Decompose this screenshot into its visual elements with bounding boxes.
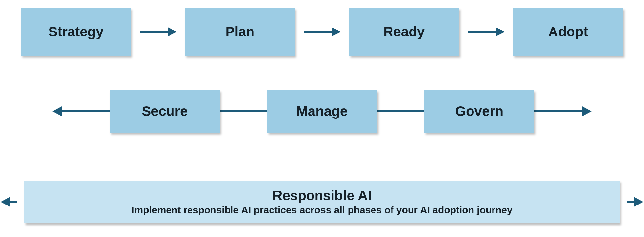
arrow-line [627, 201, 634, 203]
arrow-right-icon [459, 25, 513, 38]
ops-box-govern: Govern [424, 90, 534, 133]
banner-subtitle: Implement responsible AI practices acros… [131, 205, 512, 216]
arrow-line [62, 110, 110, 112]
phase-box-ready: Ready [349, 8, 459, 56]
arrow-right-icon [295, 25, 349, 38]
phase-label: Plan [225, 24, 254, 40]
arrow-line [377, 110, 425, 112]
ops-label: Manage [296, 103, 348, 119]
arrow-line [534, 110, 582, 112]
arrow-right-icon [131, 25, 185, 38]
svg-marker-5 [496, 27, 505, 36]
phase-label: Strategy [48, 24, 103, 40]
phase-box-adopt: Adopt [513, 8, 623, 56]
arrow-right-icon [582, 106, 592, 117]
arrow-right-icon [634, 197, 643, 207]
responsible-ai-row: Responsible AI Implement responsible AI … [0, 181, 644, 223]
arrow-left-icon [52, 106, 62, 117]
responsible-ai-banner: Responsible AI Implement responsible AI … [24, 181, 620, 223]
arrow-line [220, 110, 267, 112]
phase-box-plan: Plan [185, 8, 295, 56]
arrow-left-icon [1, 197, 10, 207]
svg-marker-3 [332, 27, 341, 36]
phase-box-strategy: Strategy [21, 8, 131, 56]
ops-box-manage: Manage [267, 90, 377, 133]
ops-label: Govern [455, 103, 503, 119]
phase-label: Ready [383, 24, 425, 40]
phase-label: Adopt [548, 24, 588, 40]
diagram-canvas: Strategy Plan Ready Adopt Secure Manage [0, 0, 644, 237]
ops-label: Secure [142, 103, 188, 119]
svg-marker-1 [168, 27, 177, 36]
phase-row: Strategy Plan Ready Adopt [21, 8, 623, 56]
banner-title: Responsible AI [272, 188, 372, 203]
operations-row: Secure Manage Govern [0, 90, 644, 133]
arrow-line [10, 201, 17, 203]
ops-box-secure: Secure [110, 90, 220, 133]
